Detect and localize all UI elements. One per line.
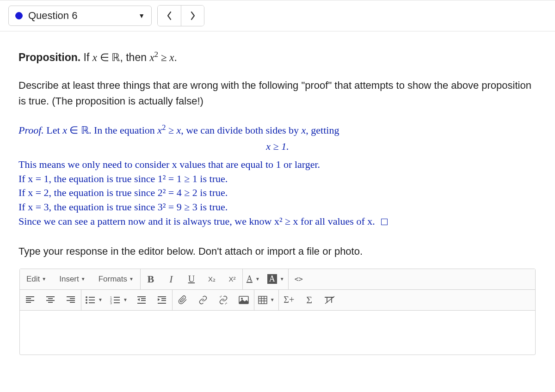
rich-text-editor: Edit▼ Insert▼ Formats▼ B I U X₂ X² A▼ A▼ <box>19 269 536 355</box>
question-selector[interactable]: Question 6 ▼ <box>8 6 152 26</box>
chevron-down-icon: ▼ <box>270 297 275 302</box>
question-description: Describe at least three things that are … <box>18 78 536 109</box>
bold-button[interactable]: B <box>141 269 161 289</box>
svg-point-12 <box>86 296 87 298</box>
svg-text:3: 3 <box>110 301 112 304</box>
table-button[interactable]: ▼ <box>254 290 278 310</box>
proposition-line: Proposition. If x ∈ ℝ, then x2 ≥ x. <box>18 50 536 64</box>
align-left-button[interactable] <box>20 290 40 310</box>
chevron-down-icon: ▼ <box>42 276 46 282</box>
chevron-down-icon: ▼ <box>255 276 260 282</box>
subscript-button[interactable]: X₂ <box>202 269 222 289</box>
nav-buttons <box>157 5 204 26</box>
svg-line-32 <box>220 296 221 297</box>
align-right-button[interactable] <box>61 290 81 310</box>
svg-line-33 <box>226 303 227 304</box>
chevron-down-icon: ▼ <box>123 297 128 302</box>
indent-icon <box>157 296 166 304</box>
align-center-icon <box>46 296 55 304</box>
attach-button[interactable] <box>173 290 193 310</box>
svg-rect-38 <box>259 296 267 304</box>
question-label: Question 6 <box>28 10 77 22</box>
highlight-color-button[interactable]: A▼ <box>264 269 288 289</box>
qed-box-icon <box>381 219 388 225</box>
superscript-button[interactable]: X² <box>222 269 242 289</box>
svg-point-13 <box>86 299 87 301</box>
insert-menu[interactable]: Insert▼ <box>53 269 92 289</box>
image-icon <box>239 296 249 304</box>
prev-button[interactable] <box>158 6 181 26</box>
underline-button[interactable]: U <box>181 269 202 289</box>
svg-line-34 <box>221 296 222 297</box>
outdent-icon <box>137 296 146 304</box>
chevron-down-icon: ▼ <box>129 276 134 282</box>
italic-button[interactable]: I <box>161 269 181 289</box>
next-button[interactable] <box>181 6 204 26</box>
numbered-list-icon: 123 <box>110 296 120 304</box>
math-symbol-button[interactable] <box>320 290 340 310</box>
svg-point-14 <box>86 302 87 304</box>
link-icon <box>198 295 208 305</box>
equation-button[interactable]: Σ <box>299 290 320 310</box>
chevron-down-icon: ▼ <box>81 276 86 282</box>
unlink-button[interactable] <box>213 290 234 310</box>
link-button[interactable] <box>193 290 213 310</box>
chevron-down-icon: ▼ <box>138 12 145 19</box>
align-right-icon <box>66 296 75 304</box>
svg-line-35 <box>225 303 226 304</box>
image-button[interactable] <box>234 290 254 310</box>
proposition-label: Proposition. <box>18 51 80 63</box>
bullet-list-icon <box>85 296 95 304</box>
text-color-button[interactable]: A▼ <box>243 269 264 289</box>
chevron-down-icon: ▼ <box>98 297 103 302</box>
align-left-icon <box>25 296 35 304</box>
paperclip-icon <box>178 295 187 305</box>
indent-button[interactable] <box>152 290 172 310</box>
chevron-right-icon <box>190 11 196 20</box>
proof-block: Proof. Let x ∈ ℝ. In the equation x2 ≥ x… <box>18 122 536 229</box>
chevron-down-icon: ▼ <box>280 276 284 282</box>
table-icon <box>258 296 267 304</box>
align-center-button[interactable] <box>40 290 61 310</box>
code-button[interactable]: <> <box>289 269 309 289</box>
response-instruction: Type your response in the editor below. … <box>18 245 536 257</box>
outdent-button[interactable] <box>131 290 152 310</box>
svg-point-37 <box>241 298 243 300</box>
formats-menu[interactable]: Formats▼ <box>92 269 140 289</box>
edit-menu[interactable]: Edit▼ <box>20 269 53 289</box>
math-pi-icon <box>324 295 336 305</box>
chevron-left-icon <box>166 11 172 20</box>
equation-new-button[interactable]: Σ+ <box>279 290 299 310</box>
editor-textarea[interactable] <box>20 310 535 355</box>
unlink-icon <box>218 295 228 305</box>
status-dot-icon <box>15 12 23 19</box>
bullet-list-button[interactable]: ▼ <box>81 290 106 310</box>
numbered-list-button[interactable]: 123 ▼ <box>106 290 131 310</box>
